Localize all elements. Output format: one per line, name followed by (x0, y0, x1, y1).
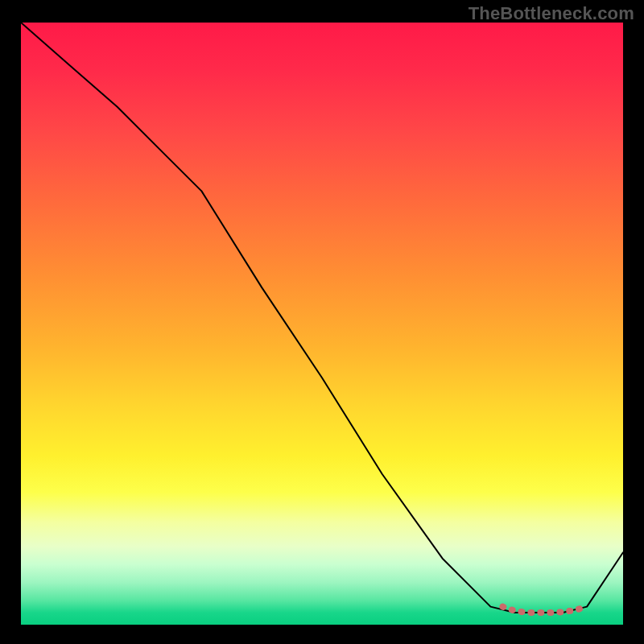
main-curve-path (21, 23, 623, 613)
chart-stage: TheBottleneck.com (0, 0, 644, 644)
watermark-text: TheBottleneck.com (469, 3, 634, 24)
chart-overlay (21, 23, 623, 625)
plot-area (21, 23, 623, 625)
